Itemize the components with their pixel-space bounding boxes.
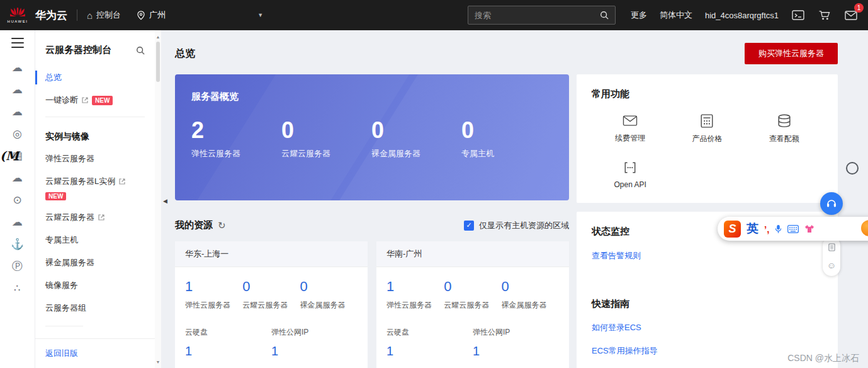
open-api-item[interactable]: Open API [592,161,668,189]
cloud-backup-icon[interactable]: ☁ [0,167,35,189]
keyboard-icon [787,225,799,233]
new-badge: NEW [92,96,113,105]
renewal-management-item[interactable]: 续费管理 [592,114,668,144]
active-indicator [35,71,37,84]
external-link-icon [119,178,125,185]
stat-value[interactable]: 0 [501,279,558,295]
filter-checkbox[interactable]: ✓ [464,221,474,231]
location-pin-icon [137,11,145,20]
sidebar-item-label: 一键诊断 [45,95,78,106]
sidebar-title: 云服务器控制台 [45,44,111,56]
stat-value[interactable]: 0 [281,119,371,142]
stat-value[interactable]: 0 [371,119,461,142]
search-icon[interactable] [600,11,609,20]
stat-value[interactable]: 0 [444,279,501,295]
sidebar-item-hecs-l[interactable]: 云耀云服务器L实例 [35,170,155,188]
extra-value[interactable]: 1 [185,344,271,359]
global-search[interactable] [468,6,616,25]
ip-address-icon[interactable]: Ⓟ [0,255,35,277]
sidebar-item-overview[interactable]: 总览 [35,66,155,89]
online-support-button[interactable] [820,192,843,215]
hamburger-menu-icon[interactable] [11,38,24,48]
sidebar-item-label: 云耀云服务器L实例 [45,176,115,187]
sidebar-item-hecs[interactable]: 云耀云服务器 [35,206,155,229]
sidebar-item-label: 云耀云服务器 [45,212,94,223]
price-calculator-icon [700,114,714,128]
extra-value[interactable]: 1 [386,344,473,359]
sidebar-item-image-service[interactable]: 镜像服务 [35,274,155,297]
sidebar-item-ecs[interactable]: 弹性云服务器 [35,147,155,170]
sidebar-item-diagnosis[interactable]: 一键诊断 NEW [35,89,155,112]
extra-label: 云硬盘 [386,327,473,338]
refresh-icon[interactable]: ↻ [218,220,226,231]
scroll-down-arrow[interactable]: ▼ [155,358,161,365]
console-home-link[interactable]: ⌂ 控制台 [87,9,121,21]
region-filter[interactable]: ✓ 仅显示有主机资源的区域 [464,220,569,231]
sidebar-search-icon[interactable] [136,46,145,55]
account-id[interactable]: hid_4cos8arqrgftcs1 [705,11,779,20]
scroll-up-arrow[interactable]: ▲ [155,33,161,40]
region-extra: 云硬盘 1 [185,327,271,359]
view-quota-item[interactable]: 查看配额 [746,114,823,144]
sidebar-item-label: 总览 [45,72,62,83]
huawei-logo[interactable]: HUAWEI [0,8,35,23]
buy-ecs-button[interactable]: 购买弹性云服务器 [745,43,838,64]
sogou-ime-bar: S 英 ’, [718,217,868,241]
region-extra: 弹性公网IP 1 [473,327,559,359]
how-to-login-ecs-link[interactable]: 如何登录ECS [592,322,823,333]
sidebar-collapse-handle[interactable]: ◀ [161,193,169,209]
stat-value[interactable]: 0 [242,279,300,295]
scrollbar-thumb[interactable] [156,42,160,82]
cart-button[interactable] [818,9,831,21]
sidebar-item-server-group[interactable]: 云服务器组 [35,297,155,319]
messages-button[interactable]: 1 [844,9,858,21]
extra-value[interactable]: 1 [271,344,358,359]
product-price-item[interactable]: 产品价格 [668,114,745,144]
brand-name: 华为云 [35,8,67,23]
region-extra: 云硬盘 1 [386,327,473,359]
common-functions-title: 常用功能 [592,88,823,100]
extra-value[interactable]: 1 [473,344,559,359]
cli-console-button[interactable] [791,9,805,21]
message-count-badge: 1 [854,3,864,13]
item-label: 产品价格 [692,134,722,144]
feedback-smiley-button[interactable]: ☺ [827,260,836,270]
back-to-old-version-link[interactable]: 返回旧版 [35,338,155,368]
sidebar-item-bare-metal[interactable]: 裸金属服务器 [35,251,155,274]
sogou-logo-icon[interactable]: S [724,221,741,238]
sidebar-item-dedicated-host[interactable]: 专属主机 [35,229,155,251]
soft-keyboard-button[interactable] [787,225,799,233]
voice-input-button[interactable] [775,224,782,234]
cloud-storage-icon[interactable]: ☁ [0,101,35,123]
new-badge: NEW [45,192,66,200]
ime-punctuation-marks[interactable]: ’, [764,224,769,234]
cloud-server-icon[interactable]: ☁ [0,57,35,79]
ime-language-mode[interactable]: 英 [747,221,758,237]
skin-theme-button[interactable] [804,224,814,233]
stat-value[interactable]: 0 [300,279,357,295]
stat-value[interactable]: 2 [191,119,281,142]
language-switcher[interactable]: 简体中文 [660,9,692,21]
alarm-rules-link[interactable]: 查看告警规则 [592,250,823,262]
sidebar-section-instances: 实例与镜像 [35,122,155,147]
terminal-icon [792,10,804,20]
main-content: 总览 购买弹性云服务器 服务器概览 2 弹性云服务器 0 云耀云服务器 0 [161,30,868,368]
stat-value[interactable]: 0 [461,119,551,142]
stat-value[interactable]: 1 [185,279,242,295]
icon-rail: ☁ ☁ ☁ ◎ ▤ ☁ ⊙ ☁ ⚓ Ⓟ ∴ [0,30,35,368]
stat-value[interactable]: 1 [386,279,444,295]
search-input[interactable] [475,11,595,20]
region-selector[interactable]: 广州 ▼ [137,9,263,21]
sidebar-scrollbar[interactable]: ▲ ▼ [155,30,161,368]
feedback-doc-button[interactable] [828,243,835,254]
image-service-icon[interactable]: ⚓ [0,233,35,255]
resource-group-icon[interactable]: ∴ [0,277,35,299]
more-menu[interactable]: 更多 [631,9,647,21]
my-resources-section: 我的资源 ↻ ✓ 仅显示有主机资源的区域 华东-上海一 [175,219,569,368]
monitor-icon[interactable]: ◎ [0,123,35,145]
cloud-network-icon[interactable]: ☁ [0,211,35,233]
page-header: 总览 购买弹性云服务器 [175,43,838,64]
cloud-eye-icon[interactable]: ⊙ [0,189,35,211]
cloud-support-icon[interactable]: ☁ [0,79,35,101]
open-api-icon [623,161,637,175]
